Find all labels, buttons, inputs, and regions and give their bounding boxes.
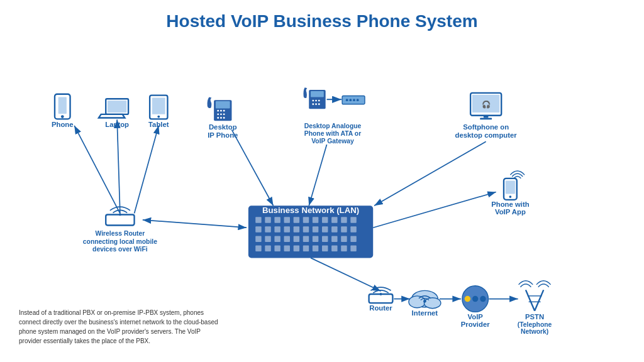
svg-rect-55 [504, 178, 517, 200]
svg-text:VoIP: VoIP [467, 313, 483, 321]
svg-rect-104 [350, 246, 356, 251]
svg-text:🎧: 🎧 [482, 100, 491, 109]
svg-rect-87 [294, 236, 299, 241]
svg-rect-26 [309, 90, 325, 109]
svg-rect-66 [303, 217, 309, 222]
svg-rect-100 [313, 246, 318, 251]
svg-point-18 [217, 113, 219, 115]
svg-text:(Telephone: (Telephone [518, 321, 552, 328]
svg-point-30 [318, 100, 320, 102]
svg-point-33 [318, 103, 320, 105]
svg-point-110 [409, 296, 425, 308]
svg-rect-67 [313, 217, 318, 222]
svg-rect-2 [55, 94, 70, 119]
svg-rect-35 [342, 96, 365, 104]
svg-text:VoIP Gateway: VoIP Gateway [311, 138, 354, 145]
svg-text:Business Network (LAN): Business Network (LAN) [262, 206, 359, 215]
svg-rect-72 [255, 226, 261, 232]
svg-point-57 [509, 195, 512, 198]
svg-rect-47 [480, 118, 492, 120]
svg-line-121 [535, 290, 543, 310]
svg-rect-75 [284, 226, 290, 232]
svg-text:connecting local mobile: connecting local mobile [83, 238, 157, 245]
svg-point-117 [480, 296, 486, 302]
svg-text:Softphone on: Softphone on [463, 123, 509, 131]
svg-point-32 [315, 103, 317, 105]
svg-point-20 [223, 113, 225, 115]
svg-rect-94 [255, 246, 261, 251]
svg-point-15 [217, 110, 219, 112]
svg-rect-84 [265, 236, 270, 241]
svg-text:Desktop: Desktop [209, 123, 237, 131]
svg-rect-101 [322, 246, 328, 251]
page-title: Hosted VoIP Business Phone System [0, 0, 644, 38]
svg-text:Network): Network) [521, 328, 548, 335]
svg-text:Phone with ATA or: Phone with ATA or [304, 130, 361, 137]
svg-rect-93 [350, 236, 356, 241]
svg-point-107 [380, 293, 382, 295]
svg-text:desktop computer: desktop computer [455, 131, 518, 139]
svg-point-51 [119, 214, 121, 216]
svg-point-116 [472, 296, 478, 302]
svg-text:Wireless Router: Wireless Router [95, 230, 145, 237]
svg-line-133 [374, 141, 486, 206]
svg-point-22 [220, 117, 222, 119]
svg-text:Desktop Analogue: Desktop Analogue [304, 123, 362, 129]
svg-rect-73 [265, 226, 270, 232]
svg-rect-6 [106, 99, 128, 114]
svg-point-4 [61, 115, 64, 118]
svg-rect-78 [313, 226, 318, 232]
svg-rect-89 [313, 236, 318, 241]
svg-line-130 [143, 220, 247, 228]
svg-rect-85 [274, 236, 280, 241]
svg-rect-96 [274, 246, 280, 251]
svg-rect-60 [248, 206, 373, 258]
svg-rect-99 [303, 246, 309, 251]
svg-point-23 [223, 117, 225, 119]
svg-point-37 [349, 99, 352, 101]
svg-rect-98 [294, 246, 299, 251]
svg-rect-61 [255, 217, 261, 222]
svg-text:Tablet: Tablet [148, 121, 169, 128]
svg-rect-3 [58, 97, 67, 113]
svg-point-29 [315, 100, 317, 102]
svg-rect-91 [331, 236, 337, 241]
svg-rect-71 [350, 217, 356, 222]
svg-text:Phone: Phone [52, 121, 74, 128]
svg-rect-102 [331, 246, 337, 251]
svg-point-11 [157, 116, 160, 118]
svg-rect-44 [472, 95, 499, 112]
svg-rect-27 [311, 91, 324, 97]
svg-point-39 [357, 99, 359, 101]
svg-rect-90 [322, 236, 328, 241]
svg-point-19 [220, 113, 222, 115]
svg-rect-9 [150, 96, 167, 119]
svg-point-111 [424, 298, 440, 309]
svg-point-114 [462, 286, 489, 312]
svg-rect-50 [106, 214, 134, 225]
svg-rect-13 [214, 100, 231, 121]
svg-rect-92 [341, 236, 347, 241]
svg-line-134 [373, 192, 496, 228]
svg-rect-82 [350, 226, 356, 232]
svg-rect-7 [108, 101, 126, 112]
svg-rect-43 [470, 93, 501, 116]
svg-rect-64 [284, 217, 290, 222]
svg-rect-63 [274, 217, 280, 222]
svg-point-115 [465, 296, 470, 302]
svg-line-132 [309, 145, 326, 206]
svg-rect-95 [265, 246, 270, 251]
svg-point-36 [346, 99, 348, 101]
svg-rect-79 [322, 226, 328, 232]
svg-rect-77 [303, 226, 309, 232]
svg-rect-70 [341, 217, 347, 222]
svg-rect-103 [341, 246, 347, 251]
svg-text:Laptop: Laptop [105, 121, 129, 128]
svg-point-31 [312, 103, 314, 105]
svg-rect-76 [294, 226, 299, 232]
svg-text:VoIP App: VoIP App [495, 208, 526, 216]
svg-point-17 [223, 110, 225, 112]
svg-line-127 [74, 126, 120, 214]
svg-rect-88 [303, 236, 309, 241]
svg-rect-62 [265, 217, 270, 222]
